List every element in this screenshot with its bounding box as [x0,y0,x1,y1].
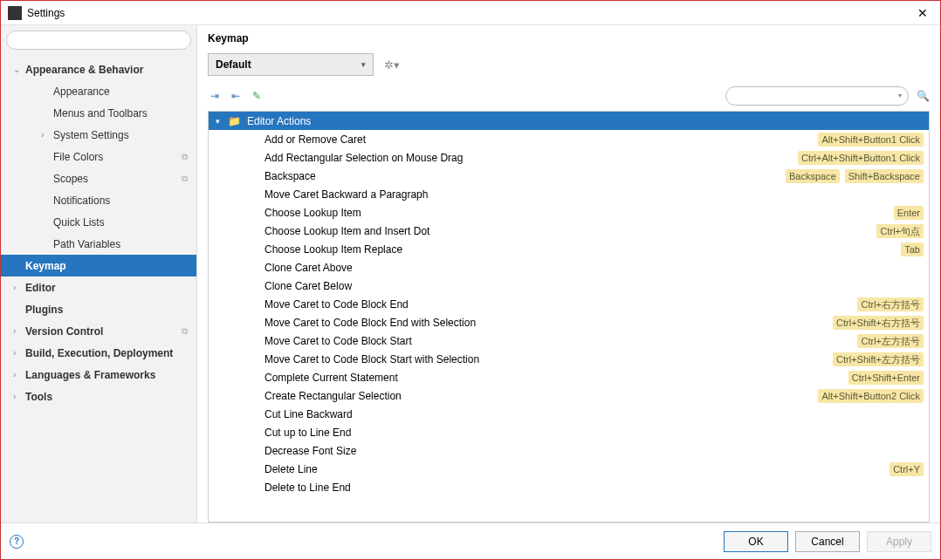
action-row[interactable]: Clone Caret Above [209,258,929,277]
shortcut-list: Ctrl+句点 [876,224,924,238]
action-row[interactable]: Decrease Font Size [209,441,929,460]
sidebar: ⌕ ⌄Appearance & BehaviorAppearanceMenus … [1,25,197,522]
tree-group-header[interactable]: ▾📁Editor Actions [209,112,929,130]
sidebar-item[interactable]: Quick Lists [1,211,196,233]
shortcut-badge: Ctrl+右方括号 [857,297,924,311]
chevron-down-icon: ▾ [361,60,366,69]
shortcut-list: Alt+Shift+Button2 Click [818,389,924,403]
action-name: Clone Caret Below [216,280,924,292]
sidebar-item[interactable]: ›Build, Execution, Deployment [1,342,196,364]
help-icon[interactable]: ? [10,535,24,549]
sidebar-item-label: Appearance & Behavior [25,64,196,76]
action-name: Move Caret to Code Block End with Select… [216,317,833,329]
action-row[interactable]: Create Rectangular SelectionAlt+Shift+Bu… [209,386,929,405]
sidebar-item[interactable]: Plugins [1,298,196,320]
collapse-all-icon[interactable]: ⇤ [229,89,243,103]
keymap-scheme-row: Default ▾ ✲▾ [208,53,930,76]
sidebar-item[interactable]: ›Editor [1,277,196,298]
close-icon[interactable]: ✕ [912,6,933,20]
action-row[interactable]: Move Caret to Code Block Start with Sele… [209,350,929,368]
sidebar-item[interactable]: Keymap [1,255,196,277]
action-row[interactable]: Move Caret to Code Block End with Select… [209,313,929,331]
footer: ? OK Cancel Apply [1,522,940,559]
action-name: Backspace [216,170,786,182]
sidebar-item-label: System Settings [53,129,196,141]
action-row[interactable]: Cut up to Line End [209,423,929,441]
action-search-input[interactable] [725,86,909,106]
sidebar-item[interactable]: Scopes⧉ [1,167,196,189]
chevron-down-icon: ▾ [216,117,228,126]
sidebar-item-label: Build, Execution, Deployment [25,347,196,359]
shortcut-badge: Enter [894,206,924,220]
sidebar-item[interactable]: ›Version Control⧉ [1,320,196,342]
sidebar-item-label: Notifications [53,195,196,207]
window-title: Settings [27,7,912,19]
sidebar-item[interactable]: File Colors⧉ [1,146,196,167]
sidebar-item[interactable]: Path Variables [1,233,196,255]
sidebar-item[interactable]: Notifications [1,189,196,211]
find-shortcut-icon[interactable]: 🔍 [916,89,930,103]
edit-icon[interactable]: ✎ [250,89,264,103]
action-row[interactable]: Choose Lookup Item ReplaceTab [209,240,929,258]
sidebar-item[interactable]: Appearance [1,80,196,102]
action-row[interactable]: Choose Lookup ItemEnter [209,203,929,222]
ok-button[interactable]: OK [724,531,788,552]
sidebar-item[interactable]: Menus and Toolbars [1,102,196,124]
action-name: Move Caret to Code Block Start [216,335,857,347]
sidebar-item-label: File Colors [53,151,182,163]
sidebar-item[interactable]: ⌄Appearance & Behavior [1,58,196,80]
keymap-scheme-select[interactable]: Default ▾ [208,53,374,76]
action-row[interactable]: Cut Line Backward [209,405,929,423]
apply-button[interactable]: Apply [867,531,931,552]
action-row[interactable]: Move Caret to Code Block StartCtrl+左方括号 [209,331,929,350]
action-row[interactable]: Add or Remove CaretAlt+Shift+Button1 Cli… [209,130,929,148]
action-row[interactable]: Choose Lookup Item and Insert DotCtrl+句点 [209,222,929,240]
action-row[interactable]: Clone Caret Below [209,277,929,295]
shortcut-badge: Ctrl+Alt+Shift+Button1 Click [798,151,924,165]
shortcut-list: Tab [901,242,924,256]
sidebar-item[interactable]: ›Languages & Frameworks [1,364,196,386]
shortcut-badge: Alt+Shift+Button1 Click [818,133,924,147]
sidebar-item-label: Appearance [53,85,196,98]
expand-all-icon[interactable]: ⇥ [208,89,222,103]
copy-icon: ⧉ [182,152,188,162]
action-name: Delete Line [216,463,889,475]
sidebar-search-input[interactable] [6,31,191,50]
chevron-icon: ⌄ [13,65,25,74]
shortcut-badge: Shift+Backspace [845,169,924,183]
folder-icon: 📁 [228,115,244,127]
shortcut-list: Ctrl+左方括号 [857,334,924,348]
action-row[interactable]: Add Rectangular Selection on Mouse DragC… [209,148,929,167]
action-name: Move Caret to Code Block Start with Sele… [216,353,833,365]
shortcut-badge: Backspace [786,169,840,183]
sidebar-item-label: Path Variables [53,238,196,250]
shortcut-badge: Alt+Shift+Button2 Click [818,389,924,403]
action-name: Add Rectangular Selection on Mouse Drag [216,152,798,164]
gear-icon[interactable]: ✲▾ [382,57,402,73]
shortcut-list: BackspaceShift+Backspace [786,169,924,183]
action-row[interactable]: Complete Current StatementCtrl+Shift+Ent… [209,368,929,386]
sidebar-item[interactable]: ›System Settings [1,124,196,146]
action-row[interactable]: Move Caret Backward a Paragraph [209,185,929,203]
shortcut-badge: Ctrl+Shift+右方括号 [833,316,924,330]
action-row[interactable]: BackspaceBackspaceShift+Backspace [209,167,929,185]
action-row[interactable]: Delete to Line End [209,478,929,496]
keymap-scheme-value: Default [216,58,251,71]
action-tree[interactable]: ▾📁Editor ActionsAdd or Remove CaretAlt+S… [208,111,930,522]
action-name: Clone Caret Above [216,262,924,274]
action-name: Choose Lookup Item [216,207,894,219]
chevron-down-icon[interactable]: ▾ [898,92,902,99]
action-name: Delete to Line End [216,481,924,494]
action-row[interactable]: Move Caret to Code Block EndCtrl+右方括号 [209,295,929,313]
shortcut-list: Ctrl+右方括号 [857,297,924,311]
shortcut-list: Ctrl+Y [889,462,924,476]
action-name: Cut up to Line End [216,427,924,439]
sidebar-item-label: Quick Lists [53,216,196,229]
action-row[interactable]: Delete LineCtrl+Y [209,460,929,478]
sidebar-item-label: Version Control [25,325,182,338]
group-label: Editor Actions [244,115,924,127]
sidebar-item-label: Plugins [25,304,196,316]
cancel-button[interactable]: Cancel [795,531,860,552]
sidebar-item[interactable]: ›Tools [1,386,196,407]
sidebar-nav: ⌄Appearance & BehaviorAppearanceMenus an… [1,55,196,522]
